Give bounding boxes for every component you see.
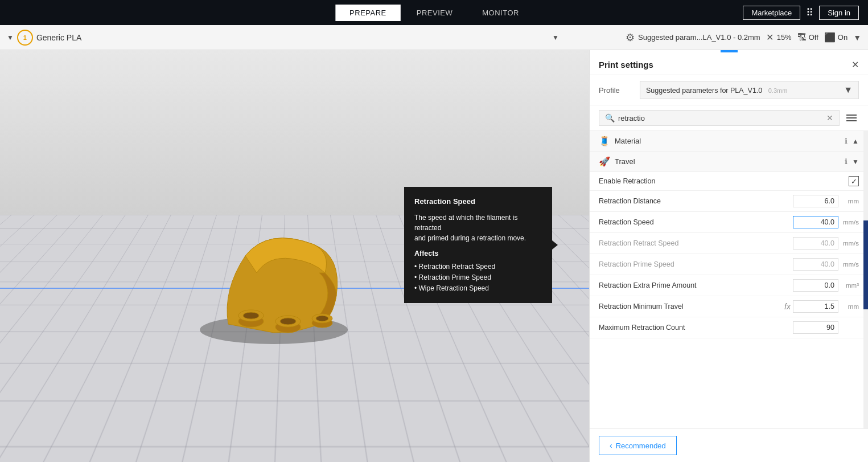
retraction-min-travel-unit: mm xyxy=(838,303,859,310)
marketplace-button[interactable]: Marketplace xyxy=(743,6,800,20)
tooltip-item-3: • Wipe Retraction Speed xyxy=(414,283,542,294)
material-chevron-icon[interactable]: ▲ xyxy=(852,137,859,145)
enable-retraction-checkbox[interactable]: ✓ xyxy=(849,176,859,186)
material-name-label: Generic PLA xyxy=(36,33,549,42)
profile-dropdown-chevron: ▼ xyxy=(844,85,853,95)
setting-row-retraction-extra-prime: Retraction Extra Prime Amount mm³ xyxy=(590,275,868,296)
retraction-min-travel-value-wrap: fx mm xyxy=(784,300,859,313)
retraction-prime-speed-input[interactable] xyxy=(793,258,838,271)
profile-dropdown[interactable]: Suggested parameters for PLA_V1.0 0.3mm … xyxy=(640,81,859,99)
search-row: 🔍 ✕ xyxy=(590,105,868,131)
retraction-speed-label: Retraction Speed xyxy=(599,218,788,226)
supports-label: Off xyxy=(809,33,818,42)
tooltip-item-2: • Retraction Prime Speed xyxy=(414,272,542,283)
search-clear-button[interactable]: ✕ xyxy=(826,113,833,122)
setting-row-max-retraction-count: Maximum Retraction Count xyxy=(590,317,868,338)
tooltip-body: The speed at which the filament is retra… xyxy=(414,212,542,243)
setting-row-retraction-retract-speed: Retraction Retract Speed mm/s xyxy=(590,233,868,254)
model-3d xyxy=(177,199,371,347)
settings-chevron-button[interactable]: ▼ xyxy=(853,33,861,42)
viewport[interactable]: Retraction Speed The speed at which the … xyxy=(0,50,589,462)
settings-icon-group: ⚙ Suggested param...LA_V1.0 - 0.2mm xyxy=(626,31,760,44)
profile-dropdown-text: Suggested parameters for PLA_V1.0 xyxy=(646,87,762,95)
scrollbar-track[interactable] xyxy=(863,131,868,428)
right-panel: Print settings ✕ Profile Suggested param… xyxy=(589,50,868,462)
retraction-min-travel-input[interactable] xyxy=(793,300,838,313)
retraction-speed-input[interactable] xyxy=(793,216,838,228)
tooltip-arrow xyxy=(552,240,558,250)
model-svg xyxy=(177,199,371,347)
menu-line-3 xyxy=(846,120,857,121)
tab-prepare[interactable]: PREPARE xyxy=(335,5,401,21)
recommended-row: ‹ Recommended xyxy=(590,428,868,462)
supports-icon: 🏗 xyxy=(797,32,807,43)
section-header-material-left: 🧵 Material xyxy=(599,136,641,146)
supports-group: 🏗 Off xyxy=(797,32,818,43)
section-header-travel-left: 🚀 Travel xyxy=(599,156,635,167)
setting-row-retraction-min-travel: Retraction Minimum Travel fx mm xyxy=(590,296,868,317)
scrollbar-thumb[interactable] xyxy=(863,220,868,310)
retraction-prime-speed-value-wrap: mm/s xyxy=(793,258,859,271)
max-retraction-count-label: Maximum Retraction Count xyxy=(599,324,788,332)
tooltip-item-1: • Retraction Retract Speed xyxy=(414,261,542,272)
recommended-arrow-icon: ‹ xyxy=(610,441,612,450)
adhesion-icon: ⬛ xyxy=(824,32,836,43)
settings-profile-label: Suggested param...LA_V1.0 - 0.2mm xyxy=(638,33,760,42)
main-content: Retraction Speed The speed at which the … xyxy=(0,50,868,462)
material-dropdown-arrow[interactable]: ▼ xyxy=(552,34,559,42)
retraction-distance-label: Retraction Distance xyxy=(599,197,788,205)
infill-icon: ✕ xyxy=(766,32,774,43)
profile-dropdown-sub: 0.3mm xyxy=(768,87,788,94)
tooltip-affects-list: • Retraction Retract Speed • Retraction … xyxy=(414,261,542,295)
infill-group: ✕ 15% xyxy=(766,32,792,43)
retraction-min-travel-label: Retraction Minimum Travel xyxy=(599,302,780,310)
recommended-button[interactable]: ‹ Recommended xyxy=(599,436,677,455)
profile-row: Profile Suggested parameters for PLA_V1.… xyxy=(590,75,868,105)
tab-monitor[interactable]: MONITOR xyxy=(468,5,533,21)
svg-point-9 xyxy=(316,316,328,321)
checkbox-check: ✓ xyxy=(851,177,857,186)
material-selector: ▼ 1 Generic PLA ▼ xyxy=(7,30,559,46)
retraction-retract-speed-value-wrap: mm/s xyxy=(793,237,859,250)
travel-section-title: Travel xyxy=(615,157,635,166)
tooltip-box: Retraction Speed The speed at which the … xyxy=(404,187,552,303)
tooltip-affects-label: Affects xyxy=(414,248,542,259)
material-info-icon[interactable]: ℹ xyxy=(845,137,848,145)
menu-line-1 xyxy=(846,115,857,116)
setting-row-enable-retraction: Enable Retraction ✓ xyxy=(590,172,868,191)
top-nav: PREPARE PREVIEW MONITOR Marketplace ⠿ Si… xyxy=(0,0,868,25)
travel-chevron-icon[interactable]: ▼ xyxy=(852,158,859,166)
settings-gear-icon: ⚙ xyxy=(626,31,635,44)
setting-row-retraction-distance: Retraction Distance mm xyxy=(590,191,868,212)
section-header-travel[interactable]: 🚀 Travel ℹ ▼ xyxy=(590,152,868,172)
retraction-prime-speed-label: Retraction Prime Speed xyxy=(599,260,788,268)
search-input[interactable] xyxy=(618,114,823,122)
retraction-extra-prime-input[interactable] xyxy=(793,279,838,292)
tab-preview[interactable]: PREVIEW xyxy=(403,5,466,21)
panel-close-button[interactable]: ✕ xyxy=(851,59,859,70)
max-retraction-count-input[interactable] xyxy=(793,321,838,334)
retraction-distance-input[interactable] xyxy=(793,195,838,207)
section-header-material[interactable]: 🧵 Material ℹ ▲ xyxy=(590,131,868,152)
retraction-extra-prime-value-wrap: mm³ xyxy=(793,279,859,292)
second-toolbar: ▼ 1 Generic PLA ▼ ⚙ Suggested param...LA… xyxy=(0,25,868,50)
retraction-retract-speed-input[interactable] xyxy=(793,237,838,250)
section-header-travel-right: ℹ ▼ xyxy=(845,157,859,166)
signin-button[interactable]: Sign in xyxy=(819,6,859,20)
travel-info-icon[interactable]: ℹ xyxy=(845,157,848,166)
material-section-icon: 🧵 xyxy=(599,136,610,146)
fx-icon: fx xyxy=(784,302,791,311)
retraction-extra-prime-label: Retraction Extra Prime Amount xyxy=(599,281,788,289)
retraction-speed-value-wrap: mm/s xyxy=(793,216,859,228)
menu-lines-button[interactable] xyxy=(844,112,859,124)
retraction-distance-unit: mm xyxy=(838,198,859,205)
grid-icon[interactable]: ⠿ xyxy=(806,6,813,19)
enable-retraction-label: Enable Retraction xyxy=(599,177,844,185)
panel-header: Print settings ✕ xyxy=(590,52,868,75)
retraction-extra-prime-unit: mm³ xyxy=(838,282,859,289)
retraction-prime-speed-unit: mm/s xyxy=(838,261,859,268)
nav-right: Marketplace ⠿ Sign in xyxy=(743,6,859,20)
material-left-arrow[interactable]: ▼ xyxy=(7,34,14,42)
retraction-retract-speed-unit: mm/s xyxy=(838,240,859,247)
search-input-wrap: 🔍 ✕ xyxy=(599,110,840,126)
